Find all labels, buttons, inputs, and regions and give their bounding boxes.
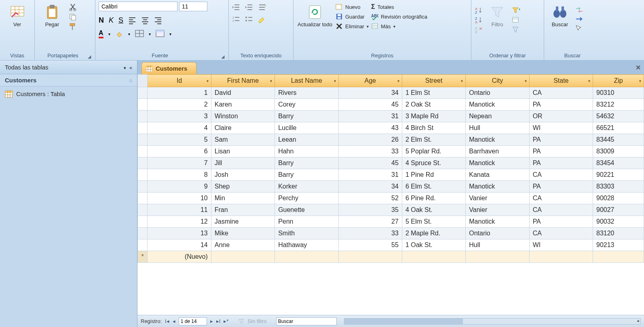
cell-firstname[interactable]: Claire — [211, 122, 274, 134]
row-selector[interactable] — [138, 181, 148, 193]
cell-zip[interactable]: 90221 — [593, 169, 644, 181]
cell-state[interactable]: PA — [529, 157, 593, 169]
pegar-button[interactable]: Pegar — [38, 2, 66, 27]
italic-button[interactable]: K — [109, 16, 114, 25]
column-header[interactable]: Street▾ — [402, 75, 465, 87]
numbered-list-icon[interactable]: 12 — [232, 15, 240, 23]
increase-indent-icon[interactable] — [245, 3, 253, 11]
highlight-icon[interactable] — [258, 15, 266, 23]
cell-id[interactable]: 5 — [148, 134, 211, 146]
cell-state[interactable]: PA — [529, 181, 593, 193]
gridlines-button[interactable] — [135, 30, 144, 38]
last-record-icon[interactable]: ▸I — [216, 318, 221, 324]
dialog-launcher-icon[interactable]: ◢ — [88, 54, 92, 60]
decrease-indent-icon[interactable] — [232, 3, 240, 11]
cell-id[interactable]: 6 — [148, 146, 211, 157]
row-selector[interactable] — [138, 87, 148, 99]
datasheet-grid[interactable]: Id▾First Name▾Last Name▾Age▾Street▾City▾… — [137, 74, 644, 315]
column-dropdown-icon[interactable]: ▾ — [207, 79, 209, 83]
cell-state[interactable]: CA — [529, 169, 593, 181]
cell-age[interactable]: 33 — [338, 146, 402, 157]
cell-lastname[interactable]: Barry — [275, 111, 338, 122]
cell-zip[interactable]: 66521 — [593, 122, 644, 134]
clear-sort-icon[interactable]: AZ — [475, 26, 483, 34]
dialog-launcher-icon[interactable]: ◢ — [221, 54, 225, 60]
selection-filter-icon[interactable] — [512, 6, 521, 15]
row-selector[interactable] — [138, 122, 148, 134]
cell-firstname[interactable]: Winston — [211, 111, 274, 122]
cell-city[interactable]: Nepean — [466, 111, 529, 122]
chevron-down-icon[interactable]: ▾ — [169, 32, 171, 36]
table-row[interactable]: 14AnneHathaway551 Oak St.HullWI90213 — [138, 239, 644, 251]
table-row[interactable]: 13MikeSmith332 Maple Rd.OntarioCA83120 — [138, 228, 644, 239]
cell-zip[interactable]: 90032 — [593, 216, 644, 228]
close-tab-icon[interactable]: ✕ — [636, 64, 641, 71]
cell-age[interactable]: 31 — [338, 111, 402, 122]
table-row[interactable]: 12JasminePenn275 Elm St.ManotickPA90032 — [138, 216, 644, 228]
cell-zip[interactable]: 90028 — [593, 193, 644, 204]
underline-button[interactable]: S — [118, 16, 123, 25]
align-right-icon[interactable] — [154, 16, 162, 24]
cell-age[interactable]: 45 — [338, 157, 402, 169]
sort-asc-icon[interactable]: AZ — [475, 6, 483, 15]
cell-street[interactable]: 6 Pine Rd. — [402, 193, 465, 204]
cell-state[interactable]: WI — [529, 239, 593, 251]
guardar-button[interactable]: Guardar — [336, 13, 369, 20]
cell-id[interactable]: 3 — [148, 111, 211, 122]
cell-firstname[interactable]: Min — [211, 193, 274, 204]
text-direction-icon[interactable] — [258, 3, 266, 11]
cell-age[interactable]: 27 — [338, 216, 402, 228]
nav-item-customers-table[interactable]: Customers : Tabla — [0, 86, 137, 101]
cell-street[interactable]: 5 Poplar Rd. — [402, 146, 465, 157]
table-row[interactable]: 5SamLeean262 Elm St.ManotickPA83445 — [138, 134, 644, 146]
cell-zip[interactable]: 83445 — [593, 134, 644, 146]
cell-id[interactable]: 13 — [148, 228, 211, 239]
cell-lastname[interactable]: Smith — [275, 228, 338, 239]
buscar-button[interactable]: Buscar — [547, 2, 572, 27]
ver-button[interactable]: Ver — [3, 2, 31, 27]
cell-street[interactable]: 6 Elm St. — [402, 181, 465, 193]
cell-firstname[interactable]: David — [211, 87, 274, 99]
row-selector[interactable] — [138, 193, 148, 204]
cell-street[interactable]: 4 Birch St — [402, 122, 465, 134]
column-header[interactable]: Id▾ — [148, 75, 211, 87]
cell-zip[interactable]: 83212 — [593, 99, 644, 111]
goto-icon[interactable] — [575, 15, 584, 23]
cell-id[interactable]: 4 — [148, 122, 211, 134]
row-selector[interactable] — [138, 239, 148, 251]
column-dropdown-icon[interactable]: ▾ — [588, 79, 590, 83]
table-row[interactable]: 3WinstonBarry313 Maple RdNepeanOR54632 — [138, 111, 644, 122]
cell-street[interactable]: 3 Maple Rd — [402, 111, 465, 122]
cell-id[interactable]: 1 — [148, 87, 211, 99]
row-selector[interactable] — [138, 157, 148, 169]
cell-id[interactable]: 7 — [148, 157, 211, 169]
table-row[interactable]: 9ShepKorker346 Elm St.ManotickPA83303 — [138, 181, 644, 193]
table-row[interactable]: 11FranGuenette354 Oak St.VanierCA90027 — [138, 204, 644, 216]
cell-zip[interactable]: 83454 — [593, 157, 644, 169]
select-icon[interactable] — [575, 24, 584, 31]
table-row[interactable]: 7JillBarry454 Spruce St.ManotickPA83454 — [138, 157, 644, 169]
cell-zip[interactable]: 90213 — [593, 239, 644, 251]
cell-city[interactable]: Ontario — [466, 228, 529, 239]
cell-id[interactable]: 8 — [148, 169, 211, 181]
cell-lastname[interactable]: Penn — [275, 216, 338, 228]
align-center-icon[interactable] — [141, 16, 149, 24]
cell-city[interactable]: Vanier — [466, 193, 529, 204]
cell-lastname[interactable]: Lucille — [275, 122, 338, 134]
scroll-right-icon[interactable]: ▸ — [638, 319, 640, 323]
cell-city[interactable]: Manotick — [466, 181, 529, 193]
chevron-down-icon[interactable]: ▾ — [149, 32, 151, 36]
revision-button[interactable]: ABCRevisión ortográfica — [371, 13, 427, 20]
cell-age[interactable]: 34 — [338, 87, 402, 99]
column-dropdown-icon[interactable]: ▾ — [639, 79, 641, 83]
cell-lastname[interactable]: Barry — [275, 169, 338, 181]
cell-lastname[interactable]: Corey — [275, 99, 338, 111]
new-record-icon[interactable]: ▸* — [224, 318, 228, 324]
tab-customers[interactable]: Customers — [141, 62, 196, 74]
cell-state[interactable]: CA — [529, 193, 593, 204]
cell-age[interactable]: 33 — [338, 228, 402, 239]
cell-lastname[interactable]: Rivers — [275, 87, 338, 99]
cell-age[interactable]: 55 — [338, 239, 402, 251]
cell-city[interactable]: Kanata — [466, 169, 529, 181]
select-all-cell[interactable] — [138, 75, 148, 87]
